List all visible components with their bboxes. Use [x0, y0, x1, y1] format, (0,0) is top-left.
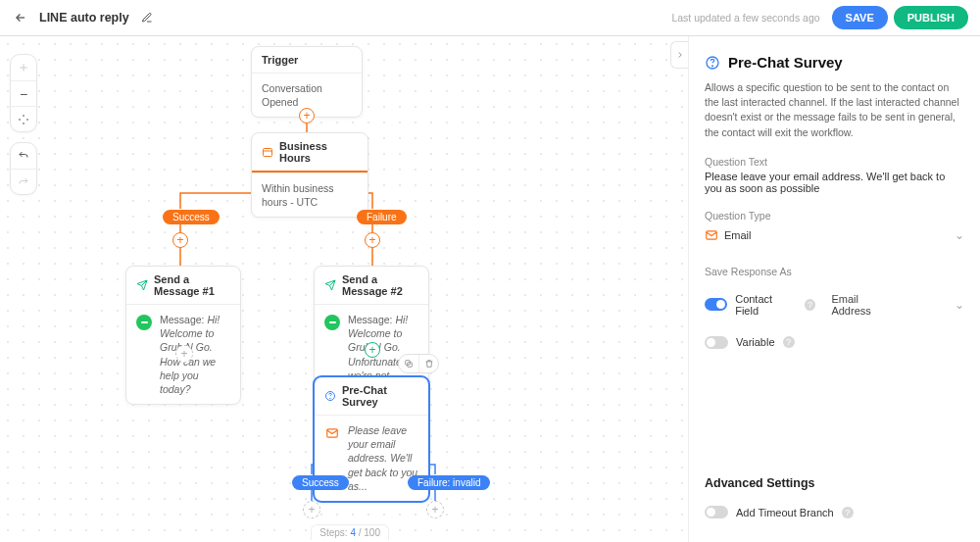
contact-field-label: Contact Field: [735, 293, 797, 317]
channel-icon: [136, 315, 152, 330]
advanced-settings-heading: Advanced Settings: [705, 476, 964, 490]
question-text-label: Question Text: [705, 156, 964, 168]
node-business-hours[interactable]: Business Hours Within business hours - U…: [251, 132, 368, 218]
branch-failure-invalid-pill[interactable]: Failure: invalid: [408, 475, 490, 490]
chevron-down-icon: ⌄: [955, 228, 964, 242]
question-type-select[interactable]: Email ⌄: [705, 224, 964, 256]
add-step-button[interactable]: +: [365, 342, 380, 358]
add-step-button[interactable]: +: [299, 108, 315, 123]
send-icon: [324, 279, 336, 291]
save-as-label: Save Response As: [705, 266, 964, 277]
question-circle-icon: [705, 55, 720, 71]
variable-label: Variable: [736, 336, 775, 348]
email-icon: [705, 228, 718, 242]
workflow-title: LINE auto reply: [39, 11, 129, 25]
question-type-label: Question Type: [705, 210, 964, 222]
email-icon: [324, 425, 340, 441]
canvas-toolbar: ＋ −: [10, 54, 37, 195]
svg-point-16: [330, 398, 331, 399]
panel-description: Allows a specific question to be sent to…: [705, 80, 964, 140]
branch-success-pill[interactable]: Success: [163, 210, 220, 224]
send-icon: [136, 279, 148, 291]
add-step-button[interactable]: +: [365, 232, 380, 248]
collapse-panel-button[interactable]: [670, 41, 688, 69]
contact-field-toggle[interactable]: [705, 298, 727, 311]
variable-toggle[interactable]: [705, 336, 728, 349]
properties-panel: Pre-Chat Survey Allows a specific questi…: [688, 36, 980, 542]
biz-title: Business Hours: [279, 140, 358, 164]
question-text-value[interactable]: Please leave your email address. We'll g…: [705, 171, 964, 194]
last-updated-label: Last updated a few seconds ago: [671, 12, 819, 24]
svg-point-19: [712, 65, 713, 66]
fit-view-button[interactable]: [11, 106, 36, 131]
msg2-title: Send a Message #2: [342, 273, 418, 297]
node-message-1[interactable]: Send a Message #1 Message: Hi! Welcome t…: [125, 266, 241, 405]
biz-subtitle: Within business hours - UTC: [252, 172, 368, 217]
panel-title: Pre-Chat Survey: [728, 54, 843, 71]
undo-button[interactable]: [11, 143, 36, 169]
calendar-icon: [262, 146, 273, 158]
svg-rect-11: [264, 149, 272, 157]
timeout-branch-label: Add Timeout Branch: [736, 507, 834, 518]
add-step-placeholder[interactable]: +: [175, 345, 193, 363]
workflow-canvas[interactable]: ＋ −: [0, 36, 688, 542]
delete-node-button[interactable]: [418, 355, 438, 372]
zoom-out-button[interactable]: −: [11, 80, 36, 106]
contact-field-select[interactable]: Email Address⌄: [831, 293, 964, 317]
back-button[interactable]: [12, 9, 29, 26]
chevron-down-icon: ⌄: [955, 298, 964, 312]
edit-title-button[interactable]: [139, 10, 155, 25]
question-circle-icon: [324, 390, 336, 402]
redo-button[interactable]: [11, 169, 36, 194]
msg1-title: Send a Message #1: [154, 273, 230, 297]
help-icon[interactable]: ?: [842, 507, 854, 518]
save-button[interactable]: SAVE: [832, 6, 888, 29]
help-icon[interactable]: ?: [783, 336, 795, 348]
timeout-branch-toggle[interactable]: [705, 506, 728, 518]
add-step-placeholder[interactable]: +: [303, 501, 320, 518]
branch-success-pill-2[interactable]: Success: [292, 475, 349, 490]
top-header: LINE auto reply Last updated a few secon…: [0, 0, 980, 36]
help-icon[interactable]: ?: [805, 299, 816, 311]
publish-button[interactable]: PUBLISH: [894, 6, 968, 29]
steps-counter: Steps: 4 / 100: [311, 524, 389, 540]
add-step-button[interactable]: +: [172, 232, 188, 248]
duplicate-node-button[interactable]: [399, 355, 418, 372]
channel-icon: [324, 315, 340, 330]
prechat-title: Pre-Chat Survey: [342, 384, 418, 408]
node-quick-actions: [398, 354, 439, 373]
add-step-placeholder[interactable]: +: [426, 501, 444, 518]
trigger-title: Trigger: [262, 54, 298, 66]
branch-failure-pill[interactable]: Failure: [357, 210, 407, 224]
zoom-in-button[interactable]: ＋: [11, 55, 36, 80]
